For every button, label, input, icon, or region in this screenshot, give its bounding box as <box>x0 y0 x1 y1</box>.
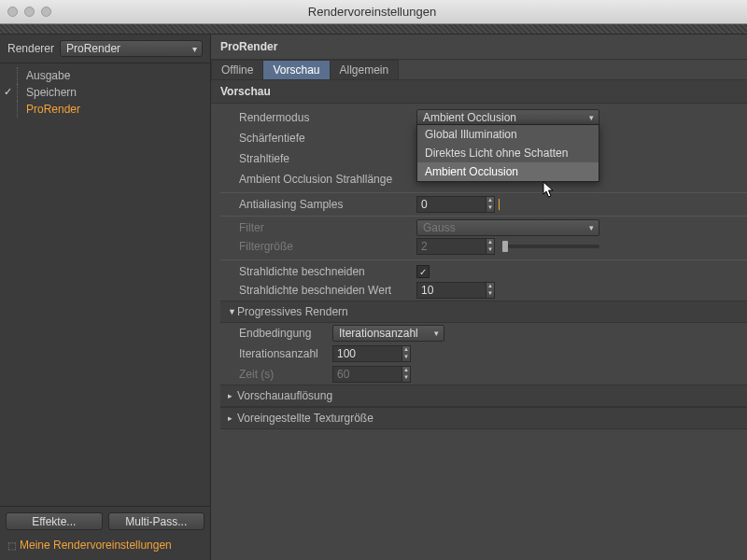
zeit-input <box>332 366 402 383</box>
endbedingung-select[interactable]: Iterationsanzahl <box>332 325 444 342</box>
strahldichte-cut-wert-spinner[interactable]: ▲▼ <box>486 282 495 299</box>
ao-strahllaenge-label: Ambient Occlusion Strahllänge <box>239 173 394 186</box>
tab-offline[interactable]: Offline <box>211 60 263 79</box>
iterationsanzahl-label: Iterationsanzahl <box>239 347 320 360</box>
tab-vorschau[interactable]: Vorschau <box>262 60 330 79</box>
toolbar-strip <box>0 24 747 35</box>
endbedingung-label: Endbedingung <box>239 327 313 340</box>
renderer-label: Renderer <box>7 42 54 55</box>
multipass-button[interactable]: Multi-Pass... <box>108 512 205 530</box>
section-title: Vorschau <box>211 80 747 104</box>
panel-title: ProRender <box>211 35 747 60</box>
iterationsanzahl-input[interactable] <box>332 345 402 362</box>
aa-samples-label: Antialiasing Samples <box>239 198 345 211</box>
settings-tree: Ausgabe Speichern ProRender <box>0 63 210 506</box>
aa-samples-spinner[interactable]: ▲▼ <box>486 196 495 213</box>
dropdown-item-ao[interactable]: Ambient Occlusion <box>417 162 599 181</box>
group-voreingestellte-tex[interactable]: ▸ Voreingestellte Texturgröße <box>220 407 747 429</box>
filtergroesse-slider[interactable] <box>499 241 599 252</box>
window-controls <box>7 7 51 17</box>
tree-item-prorender[interactable]: ProRender <box>0 101 210 118</box>
filtergroesse-spinner[interactable]: ▲▼ <box>486 238 495 255</box>
chevron-right-icon: ▸ <box>228 391 237 400</box>
rendermodus-label: Rendermodus <box>239 111 311 124</box>
filter-label: Filter <box>239 221 266 234</box>
window-title: Rendervoreinstellungen <box>51 5 693 19</box>
zeit-spinner: ▲▼ <box>402 366 411 383</box>
group-vorschauaufloesung[interactable]: ▸ Vorschauauflösung <box>220 385 747 407</box>
iterationsanzahl-spinner[interactable]: ▲▼ <box>402 345 411 362</box>
form-area: Rendermodus Ambient Occlusion Schärfenti… <box>211 104 747 433</box>
tree-item-speichern[interactable]: Speichern <box>0 84 210 101</box>
aa-samples-input[interactable] <box>416 196 486 213</box>
schaerfentiefe-label: Schärfentiefe <box>239 132 307 145</box>
titlebar: Rendervoreinstellungen <box>0 0 747 24</box>
filtergroesse-label: Filtergröße <box>239 240 295 253</box>
tabs: Offline Vorschau Allgemein <box>211 60 747 80</box>
effects-button[interactable]: Effekte... <box>6 512 103 530</box>
rendermodus-dropdown[interactable]: Global Illumination Direktes Licht ohne … <box>416 124 599 182</box>
strahldichte-cut-wert-input[interactable] <box>416 282 486 299</box>
strahltiefe-label: Strahltiefe <box>239 152 291 165</box>
renderer-select-value: ProRender <box>66 42 120 55</box>
close-window-icon[interactable] <box>7 7 18 17</box>
zoom-window-icon[interactable] <box>41 7 51 17</box>
chevron-down-icon: ▼ <box>228 307 237 316</box>
zeit-label: Zeit (s) <box>239 368 275 381</box>
aa-samples-slider[interactable] <box>499 199 599 210</box>
my-render-settings-link[interactable]: Meine Rendervoreinstellungen <box>6 536 204 554</box>
strahldichte-cut-wert-label: Strahldichte beschneiden Wert <box>239 284 393 297</box>
settings-panel: ProRender Offline Vorschau Allgemein Vor… <box>211 35 747 560</box>
minimize-window-icon[interactable] <box>24 7 35 17</box>
strahldichte-cut-label: Strahldichte beschneiden <box>239 265 367 278</box>
tab-allgemein[interactable]: Allgemein <box>330 60 400 79</box>
dropdown-item-gi[interactable]: Global Illumination <box>417 125 599 144</box>
filtergroesse-input[interactable] <box>416 238 486 255</box>
tree-item-ausgabe[interactable]: Ausgabe <box>0 67 210 84</box>
filter-select[interactable]: Gauss <box>416 219 599 236</box>
dropdown-item-direct-light[interactable]: Direktes Licht ohne Schatten <box>417 144 599 162</box>
renderer-select[interactable]: ProRender <box>60 40 203 57</box>
group-progressive[interactable]: ▼ Progressives Rendern <box>220 301 747 323</box>
sidebar: Renderer ProRender Ausgabe Speichern Pro… <box>0 35 211 560</box>
chevron-right-icon: ▸ <box>228 413 237 423</box>
strahldichte-cut-checkbox[interactable]: ✓ <box>416 265 430 278</box>
